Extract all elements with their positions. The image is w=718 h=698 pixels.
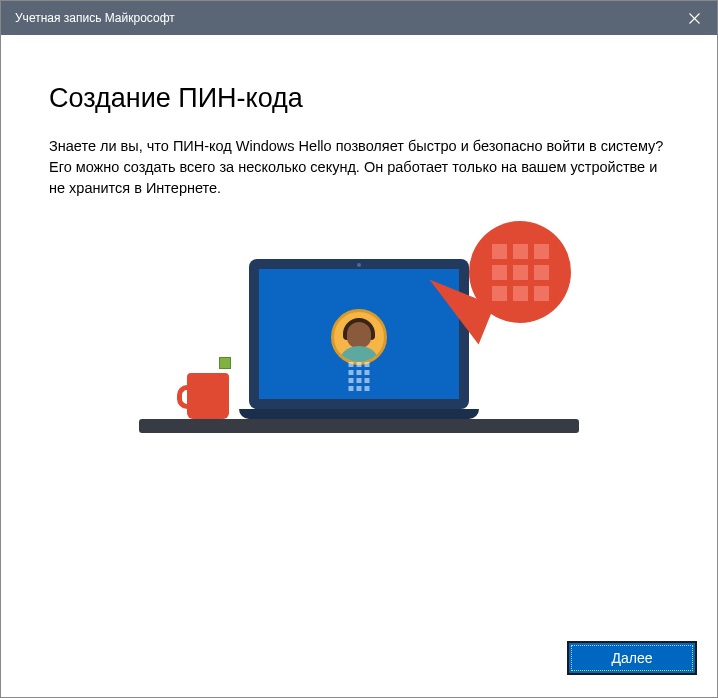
page-heading: Создание ПИН-кода <box>49 83 669 114</box>
close-icon <box>689 13 700 24</box>
titlebar-title: Учетная запись Майкрософт <box>15 11 175 25</box>
next-button[interactable]: Далее <box>567 641 697 675</box>
callout-bubble <box>469 221 571 323</box>
footer: Далее <box>1 623 717 697</box>
illustration <box>49 233 669 433</box>
pinpad-large-icon <box>492 244 549 301</box>
dialog-window: Учетная запись Майкрософт Создание ПИН-к… <box>0 0 718 698</box>
avatar-icon <box>331 309 387 365</box>
desk-illustration <box>139 419 579 433</box>
close-button[interactable] <box>671 1 717 35</box>
page-description: Знаете ли вы, что ПИН-код Windows Hello … <box>49 136 669 199</box>
mug-illustration <box>177 363 233 419</box>
pinpad-small-icon <box>349 362 370 391</box>
titlebar: Учетная запись Майкрософт <box>1 1 717 35</box>
content-area: Создание ПИН-кода Знаете ли вы, что ПИН-… <box>1 35 717 623</box>
laptop-illustration <box>239 259 479 419</box>
